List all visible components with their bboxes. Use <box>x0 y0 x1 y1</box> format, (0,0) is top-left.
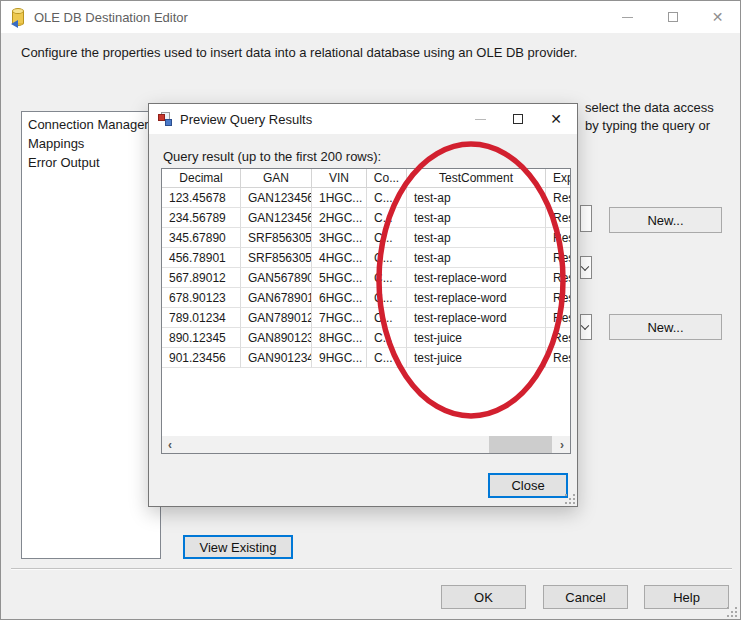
combobox-edge-fragment-top[interactable] <box>580 256 592 279</box>
table-cell: GAN890123 <box>241 328 312 348</box>
scroll-right-icon[interactable]: › <box>554 436 570 453</box>
table-body: 123.45678GAN1234561HGC...C...test-apResu… <box>162 188 570 368</box>
new-query-button[interactable]: New... <box>609 314 722 340</box>
data-access-text-line2: by typing the query or <box>585 118 710 133</box>
table-cell: test-ap <box>407 208 546 228</box>
ok-button[interactable]: OK <box>441 585 526 609</box>
table-cell: SRF856305 <box>241 228 312 248</box>
table-cell: C... <box>367 308 407 328</box>
scrollbar-thumb[interactable] <box>489 436 552 453</box>
cancel-button[interactable]: Cancel <box>543 585 628 609</box>
resize-grip-icon[interactable] <box>727 607 738 618</box>
minimize-icon[interactable] <box>605 1 650 33</box>
new-connection-button[interactable]: New... <box>609 207 722 233</box>
data-access-text-line1: select the data access <box>585 100 714 115</box>
sidebar-item-error-output[interactable]: Error Output <box>22 153 160 172</box>
table-row[interactable]: 123.45678GAN1234561HGC...C...test-apResu <box>162 188 570 208</box>
table-cell: test-juice <box>407 348 546 368</box>
table-cell: 9HGC... <box>312 348 367 368</box>
table-cell: C... <box>367 228 407 248</box>
table-cell: test-ap <box>407 188 546 208</box>
table-cell: C... <box>367 248 407 268</box>
preview-query-results-dialog: Preview Query Results ✕ Query result (up… <box>148 103 578 507</box>
pages-listbox: Connection Manager Mappings Error Output <box>21 111 161 559</box>
table-cell: GAN123456 <box>241 208 312 228</box>
close-icon[interactable]: ✕ <box>537 104 575 134</box>
main-titlebar: OLE DB Destination Editor ✕ <box>1 1 740 33</box>
table-cell: test-juice <box>407 328 546 348</box>
table-cell: 1HGC... <box>312 188 367 208</box>
sidebar-item-mappings[interactable]: Mappings <box>22 134 160 153</box>
column-header[interactable]: Co... <box>367 169 407 188</box>
main-window-controls: ✕ <box>605 1 740 33</box>
table-cell: test-replace-word <box>407 268 546 288</box>
database-icon <box>11 8 26 26</box>
table-cell: Resu <box>546 348 570 368</box>
table-row[interactable]: 234.56789GAN1234562HGC...C...test-apResu <box>162 208 570 228</box>
screen: OLE DB Destination Editor ✕ Configure th… <box>0 0 741 620</box>
query-result-label: Query result (up to the first 200 rows): <box>163 149 381 164</box>
table-cell: Resu <box>546 188 570 208</box>
table-cell: C... <box>367 288 407 308</box>
scroll-left-icon[interactable]: ‹ <box>162 436 178 453</box>
maximize-icon[interactable] <box>650 1 695 33</box>
main-window-title: OLE DB Destination Editor <box>34 10 188 25</box>
close-button[interactable]: Close <box>488 473 568 498</box>
table-cell: 456.78901 <box>162 248 241 268</box>
column-header[interactable]: GAN <box>241 169 312 188</box>
table-cell: GAN678901 <box>241 288 312 308</box>
table-cell: 678.90123 <box>162 288 241 308</box>
form-icon <box>157 111 173 127</box>
combobox-edge-fragment-bottom[interactable] <box>580 314 592 340</box>
table-row[interactable]: 901.23456GAN9012349HGC...C...test-juiceR… <box>162 348 570 368</box>
table-cell: test-ap <box>407 228 546 248</box>
description-text: Configure the properties used to insert … <box>21 45 577 60</box>
table-cell: Resu <box>546 248 570 268</box>
horizontal-scrollbar[interactable]: ‹ › <box>162 436 570 453</box>
footer-divider <box>11 568 732 570</box>
table-cell: GAN901234 <box>241 348 312 368</box>
table-header-row: DecimalGANVINCo...TestCommentExpe <box>162 169 570 188</box>
table-cell: C... <box>367 188 407 208</box>
table-cell: GAN789012 <box>241 308 312 328</box>
table-cell: Resu <box>546 208 570 228</box>
table-cell: 345.67890 <box>162 228 241 248</box>
table-row[interactable]: 456.78901SRF8563054HGC...C...test-apResu <box>162 248 570 268</box>
sidebar-item-connection-manager[interactable]: Connection Manager <box>22 115 160 134</box>
table-row[interactable]: 789.01234GAN7890127HGC...C...test-replac… <box>162 308 570 328</box>
table-cell: C... <box>367 208 407 228</box>
table-cell: 890.12345 <box>162 328 241 348</box>
maximize-icon[interactable] <box>499 104 537 134</box>
column-header[interactable]: Expe <box>546 169 570 188</box>
column-header[interactable]: Decimal <box>162 169 241 188</box>
minimize-icon[interactable] <box>461 104 499 134</box>
table-cell: 3HGC... <box>312 228 367 248</box>
table-row[interactable]: 567.89012GAN5678905HGC...C...test-replac… <box>162 268 570 288</box>
view-existing-button[interactable]: View Existing <box>183 535 293 559</box>
help-button[interactable]: Help <box>644 585 729 609</box>
results-table: DecimalGANVINCo...TestCommentExpe 123.45… <box>161 168 571 454</box>
table-row[interactable]: 678.90123GAN6789016HGC...C...test-replac… <box>162 288 570 308</box>
table-cell: 2HGC... <box>312 208 367 228</box>
textbox-edge-fragment <box>580 205 592 232</box>
table-cell: 123.45678 <box>162 188 241 208</box>
table-cell: 234.56789 <box>162 208 241 228</box>
chevron-down-icon <box>581 322 589 330</box>
table-cell: C... <box>367 348 407 368</box>
close-icon[interactable]: ✕ <box>695 1 740 33</box>
table-cell: GAN567890 <box>241 268 312 288</box>
resize-grip-icon[interactable] <box>565 494 576 505</box>
table-cell: test-replace-word <box>407 288 546 308</box>
table-row[interactable]: 345.67890SRF8563053HGC...C...test-apResu <box>162 228 570 248</box>
table-cell: Resu <box>546 308 570 328</box>
table-cell: 6HGC... <box>312 288 367 308</box>
table-cell: GAN123456 <box>241 188 312 208</box>
column-header[interactable]: TestComment <box>407 169 546 188</box>
table-cell: 7HGC... <box>312 308 367 328</box>
column-header[interactable]: VIN <box>312 169 367 188</box>
table-cell: SRF856305 <box>241 248 312 268</box>
modal-titlebar: Preview Query Results ✕ <box>149 104 577 134</box>
table-cell: 901.23456 <box>162 348 241 368</box>
table-row[interactable]: 890.12345GAN8901238HGC...C...test-juiceR… <box>162 328 570 348</box>
table-cell: Resu <box>546 328 570 348</box>
